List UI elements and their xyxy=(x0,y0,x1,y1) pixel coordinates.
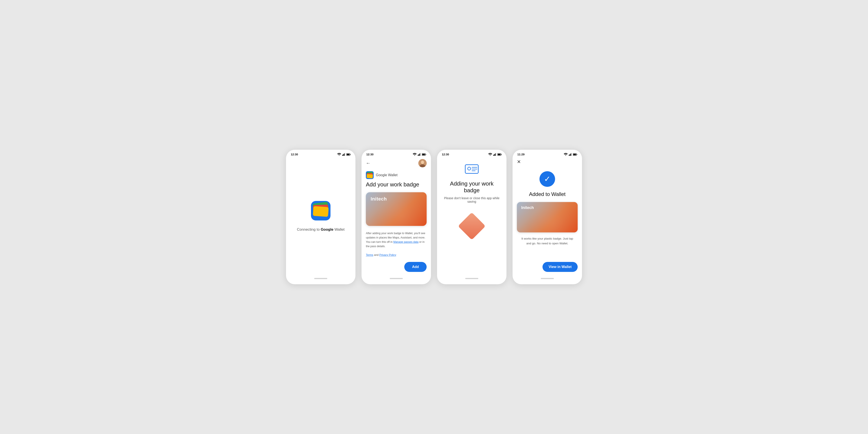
status-icons-3 xyxy=(488,153,502,156)
svg-rect-2 xyxy=(344,153,345,156)
time-4: 11:29 xyxy=(517,153,525,156)
footer-info-text: After adding your work badge to Wallet, … xyxy=(366,231,427,257)
badge-company-name-small: Initech xyxy=(521,206,534,210)
svg-rect-10 xyxy=(420,153,421,156)
battery-icon-3 xyxy=(497,153,502,156)
avatar-image xyxy=(418,159,427,167)
battery-icon-2 xyxy=(422,153,426,156)
svg-rect-0 xyxy=(342,155,343,156)
signal-icon-4 xyxy=(569,153,572,156)
svg-rect-29 xyxy=(569,155,569,156)
status-icons-4 xyxy=(564,153,577,156)
svg-rect-3 xyxy=(345,153,345,156)
screen4-content: ✕ ✓ Added to Wallet Initech It works lik… xyxy=(513,157,582,275)
svg-rect-32 xyxy=(571,153,572,156)
privacy-link[interactable]: Privacy Policy xyxy=(379,253,396,256)
svg-rect-22 xyxy=(501,154,502,155)
wifi-icon-4 xyxy=(564,153,568,156)
google-wallet-logo xyxy=(366,171,374,179)
badge-card-small: Initech xyxy=(517,202,578,232)
screen1-content: Connecting to Google Wallet xyxy=(286,157,355,275)
wifi-icon xyxy=(337,153,341,156)
time-3: 12:30 xyxy=(442,153,449,156)
google-wallet-big-icon xyxy=(311,201,331,220)
badge-company-name: Initech xyxy=(371,196,387,202)
user-avatar[interactable] xyxy=(418,159,427,167)
svg-rect-1 xyxy=(343,154,344,156)
status-icons-1 xyxy=(337,153,351,156)
google-wallet-branding: Google Wallet xyxy=(366,171,427,179)
svg-rect-35 xyxy=(573,154,576,155)
screen2-footer: After adding your work badge to Wallet, … xyxy=(366,230,427,272)
svg-rect-34 xyxy=(577,154,577,155)
svg-rect-7 xyxy=(418,155,418,156)
success-circle: ✓ xyxy=(539,171,555,187)
svg-rect-31 xyxy=(570,153,571,156)
signal-icon-2 xyxy=(418,153,421,156)
svg-rect-6 xyxy=(347,154,349,155)
svg-rect-20 xyxy=(496,153,496,156)
screen2-phone: 12:30 ← xyxy=(362,150,431,284)
screen3-content: Adding your work badge Please don't leav… xyxy=(437,157,506,275)
success-title: Added to Wallet xyxy=(517,191,578,197)
loading-diamond xyxy=(458,212,486,240)
wifi-icon-2 xyxy=(413,153,416,156)
status-bar-4: 11:29 xyxy=(513,150,582,157)
manage-passes-link[interactable]: Manage passes data xyxy=(393,241,418,244)
id-card-icon-container xyxy=(465,164,479,175)
svg-rect-9 xyxy=(420,153,420,156)
svg-rect-23 xyxy=(498,154,501,155)
signal-icon xyxy=(342,153,345,156)
screen1-phone: 12:30 Connecting to Google Wallet xyxy=(286,150,355,284)
time-2: 12:30 xyxy=(366,153,373,156)
screens-container: 12:30 Connecting to Google Wallet 12:30 xyxy=(286,150,582,284)
terms-link[interactable]: Terms xyxy=(366,253,373,256)
id-card-icon xyxy=(465,164,479,174)
svg-rect-18 xyxy=(494,154,495,156)
svg-rect-30 xyxy=(569,154,570,156)
badge-card: Initech xyxy=(366,192,427,226)
brand-name: Google Wallet xyxy=(376,173,398,177)
svg-rect-17 xyxy=(493,155,494,156)
connecting-text: Connecting to Google Wallet xyxy=(297,227,345,232)
battery-icon-4 xyxy=(573,153,577,156)
status-bar-3: 12:30 xyxy=(437,150,506,157)
screen3-phone: 12:30 Adding your work badge Please don'… xyxy=(437,150,506,284)
view-in-wallet-button[interactable]: View in Wallet xyxy=(542,262,578,272)
time-1: 12:30 xyxy=(291,153,298,156)
svg-rect-8 xyxy=(418,154,419,156)
home-indicator-3 xyxy=(465,278,478,279)
wifi-icon-3 xyxy=(488,153,492,156)
status-bar-1: 12:30 xyxy=(286,150,355,157)
top-nav: ← xyxy=(366,159,427,167)
svg-point-15 xyxy=(421,161,424,164)
svg-rect-19 xyxy=(495,153,496,156)
battery-icon xyxy=(346,153,351,156)
status-bar-2: 12:30 xyxy=(362,150,431,157)
home-indicator-2 xyxy=(390,278,403,279)
add-button[interactable]: Add xyxy=(404,262,427,272)
screen2-content: ← Google Wallet Add your work badge xyxy=(362,157,431,275)
close-button[interactable]: ✕ xyxy=(517,159,578,165)
screen3-subtitle: Please don't leave or close this app whi… xyxy=(442,196,501,203)
svg-point-25 xyxy=(468,167,471,170)
svg-rect-13 xyxy=(422,154,425,155)
signal-icon-3 xyxy=(493,153,496,156)
back-button[interactable]: ← xyxy=(366,161,371,165)
status-icons-2 xyxy=(413,153,426,156)
checkmark-icon: ✓ xyxy=(544,175,551,183)
screen3-title: Adding your work badge xyxy=(442,180,501,194)
home-indicator-4 xyxy=(541,278,554,279)
screen4-description: It works like your plastic badge. Just t… xyxy=(517,236,578,246)
screen4-phone: 11:29 ✕ ✓ Added to Wallet Initech It wor… xyxy=(513,150,582,284)
home-indicator-1 xyxy=(314,278,327,279)
svg-rect-5 xyxy=(350,154,351,155)
svg-rect-12 xyxy=(426,154,426,155)
screen2-title: Add your work badge xyxy=(366,181,427,188)
